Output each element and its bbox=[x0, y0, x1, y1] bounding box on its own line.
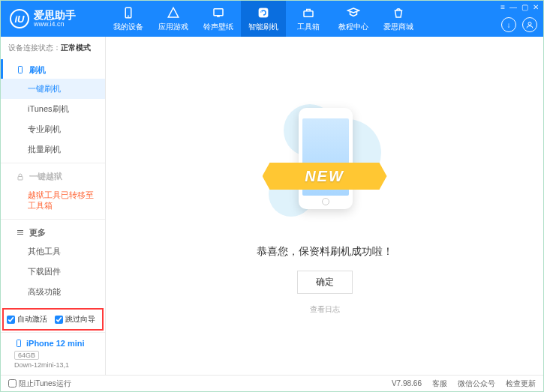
lock-icon bbox=[16, 172, 25, 181]
checkbox-label: 跳过向导 bbox=[65, 314, 95, 325]
svg-point-6 bbox=[528, 22, 531, 25]
checkbox-label: 自动激活 bbox=[17, 314, 47, 325]
device-capacity: 64GB bbox=[14, 351, 39, 360]
toolbox-icon bbox=[302, 6, 315, 19]
connection-status: 设备连接状态：正常模式 bbox=[1, 37, 105, 59]
svg-rect-5 bbox=[304, 10, 313, 16]
sidebar-item-batch-flash[interactable]: 批量刷机 bbox=[1, 139, 105, 160]
checkbox-skip-guide[interactable]: 跳过向导 bbox=[55, 314, 95, 325]
sidebar-group-flash[interactable]: 刷机 bbox=[1, 59, 105, 79]
svg-rect-3 bbox=[218, 15, 220, 16]
maximize-button[interactable]: ▢ bbox=[521, 3, 528, 11]
app-url: www.i4.cn bbox=[34, 21, 76, 28]
footer-update[interactable]: 检查更新 bbox=[506, 379, 536, 389]
svg-rect-2 bbox=[214, 8, 223, 15]
device-icon bbox=[14, 337, 23, 349]
nav-apps-games[interactable]: 应用游戏 bbox=[151, 1, 196, 37]
group-label: 刷机 bbox=[29, 64, 46, 76]
apps-icon bbox=[167, 6, 180, 19]
window-controls: ≡ — ▢ ✕ bbox=[500, 3, 539, 11]
sidebar-item-download-firmware[interactable]: 下载固件 bbox=[1, 262, 105, 282]
nav-smart-flash[interactable]: 智能刷机 bbox=[241, 1, 286, 37]
device-icon bbox=[122, 6, 135, 19]
download-icon[interactable]: ↓ bbox=[501, 17, 516, 32]
nav-my-device[interactable]: 我的设备 bbox=[106, 1, 151, 37]
nav-label: 铃声壁纸 bbox=[203, 22, 233, 32]
sidebar-item-other-tools[interactable]: 其他工具 bbox=[1, 241, 105, 262]
nav-tutorials[interactable]: 教程中心 bbox=[331, 1, 376, 37]
svg-rect-4 bbox=[259, 8, 268, 17]
store-icon bbox=[392, 6, 405, 19]
checkbox-label: 阻止iTunes运行 bbox=[19, 379, 71, 389]
checkbox-auto-activate[interactable]: 自动激活 bbox=[7, 314, 47, 325]
nav-label: 我的设备 bbox=[113, 22, 143, 32]
version-label: V7.98.66 bbox=[392, 379, 422, 388]
view-log-link[interactable]: 查看日志 bbox=[310, 304, 340, 315]
sidebar-item-pro-flash[interactable]: 专业刷机 bbox=[1, 119, 105, 139]
device-sub: Down-12mini-13,1 bbox=[14, 361, 99, 369]
flash-icon bbox=[257, 6, 270, 19]
minimize-button[interactable]: — bbox=[509, 3, 517, 11]
nav-toolbox[interactable]: 工具箱 bbox=[286, 1, 331, 37]
sidebar-group-jailbreak[interactable]: 一键越狱 bbox=[1, 166, 105, 185]
ok-button[interactable]: 确定 bbox=[297, 271, 353, 294]
main-content: NEW 恭喜您，保资料刷机成功啦！ 确定 查看日志 bbox=[106, 37, 543, 375]
device-block[interactable]: iPhone 12 mini 64GB Down-12mini-13,1 bbox=[1, 332, 105, 375]
sidebar-jailbreak-note: 越狱工具已转移至工具箱 bbox=[1, 185, 105, 216]
nav-label: 教程中心 bbox=[338, 22, 368, 32]
result-illustration: NEW bbox=[276, 97, 374, 232]
user-icon[interactable] bbox=[522, 17, 537, 32]
more-icon bbox=[16, 228, 25, 237]
nav-label: 工具箱 bbox=[297, 22, 320, 32]
nav-label: 智能刷机 bbox=[248, 22, 278, 32]
new-banner: NEW bbox=[263, 163, 387, 190]
nav-store[interactable]: 爱思商城 bbox=[376, 1, 421, 37]
nav-label: 爱思商城 bbox=[383, 22, 413, 32]
svg-point-1 bbox=[128, 15, 129, 16]
footer: 阻止iTunes运行 V7.98.66 客服 微信公众号 检查更新 bbox=[1, 375, 543, 391]
app-name: 爱思助手 bbox=[34, 10, 76, 21]
group-label: 更多 bbox=[29, 227, 46, 238]
nav-label: 应用游戏 bbox=[158, 22, 188, 32]
svg-rect-7 bbox=[19, 67, 23, 73]
tutorial-icon bbox=[347, 6, 360, 19]
menu-button[interactable]: ≡ bbox=[500, 3, 505, 11]
user-icons: ↓ bbox=[501, 17, 537, 32]
svg-rect-9 bbox=[17, 340, 21, 347]
footer-wechat[interactable]: 微信公众号 bbox=[458, 379, 495, 389]
top-nav: 我的设备 应用游戏 铃声壁纸 智能刷机 工具箱 教程中心 爱思商城 bbox=[106, 1, 543, 37]
sidebar-item-advanced[interactable]: 高级功能 bbox=[1, 282, 105, 302]
sidebar-item-oneclick-flash[interactable]: 一键刷机 bbox=[1, 79, 105, 99]
result-message: 恭喜您，保资料刷机成功啦！ bbox=[257, 245, 393, 259]
wallpaper-icon bbox=[212, 6, 225, 19]
status-value: 正常模式 bbox=[61, 43, 91, 52]
logo-area: iU 爱思助手 www.i4.cn bbox=[1, 9, 106, 28]
nav-ringtones[interactable]: 铃声壁纸 bbox=[196, 1, 241, 37]
logo-icon: iU bbox=[10, 9, 29, 28]
flash-options-row: 自动激活 跳过向导 bbox=[2, 308, 104, 331]
svg-rect-8 bbox=[18, 176, 23, 180]
status-label: 设备连接状态： bbox=[8, 43, 61, 52]
sidebar: 设备连接状态：正常模式 刷机 一键刷机 iTunes刷机 专业刷机 批量刷机 一… bbox=[1, 37, 106, 375]
group-label: 一键越狱 bbox=[29, 171, 62, 182]
sidebar-group-more[interactable]: 更多 bbox=[1, 223, 105, 241]
flash-group-icon bbox=[16, 64, 25, 76]
close-button[interactable]: ✕ bbox=[533, 3, 539, 11]
sidebar-item-itunes-flash[interactable]: iTunes刷机 bbox=[1, 99, 105, 119]
footer-service[interactable]: 客服 bbox=[432, 379, 447, 389]
checkbox-block-itunes[interactable]: 阻止iTunes运行 bbox=[8, 379, 71, 389]
title-bar: iU 爱思助手 www.i4.cn 我的设备 应用游戏 铃声壁纸 智能刷机 工具… bbox=[1, 1, 543, 37]
device-name: iPhone 12 mini bbox=[14, 337, 99, 349]
